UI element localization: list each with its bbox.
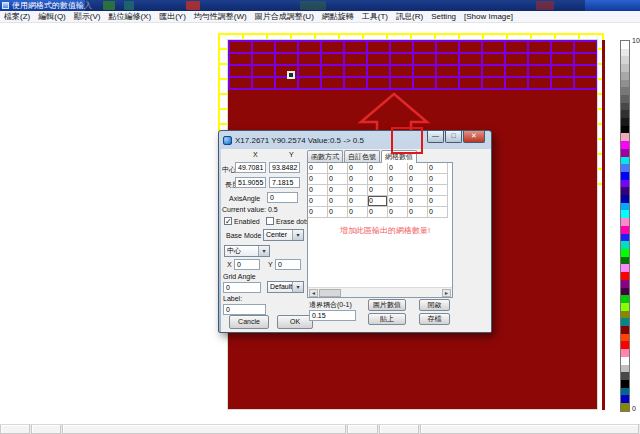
menu-item[interactable]: 編輯(Q) [34, 11, 70, 22]
grid-cell[interactable]: 0 [348, 196, 368, 207]
grid-cell[interactable]: 0 [328, 196, 348, 207]
center-x-field[interactable]: 49.7081 [235, 162, 266, 173]
colorbar-segment[interactable] [621, 388, 629, 396]
center-y-field[interactable]: 93.8482 [269, 162, 300, 173]
colorbar-segment[interactable] [621, 349, 629, 357]
colorbar-segment[interactable] [621, 164, 629, 172]
grid-cell[interactable]: 0 [408, 185, 428, 196]
grid-cell[interactable]: 0 [308, 174, 328, 185]
grid-cell[interactable]: 0 [388, 196, 408, 207]
minimize-button[interactable]: — [427, 131, 444, 143]
colorbar-segment[interactable] [621, 234, 629, 242]
open-button[interactable]: 開啟 [419, 299, 450, 311]
grid-cell[interactable]: 0 [348, 185, 368, 196]
colorbar-segment[interactable] [621, 110, 629, 118]
scroll-left-icon[interactable]: ◄ [309, 289, 318, 297]
reference-point-select[interactable]: 中心 [224, 245, 270, 257]
colorbar-segment[interactable] [621, 172, 629, 180]
colorbar-segment[interactable] [621, 318, 629, 326]
grid-cell[interactable]: 0 [328, 185, 348, 196]
enabled-checkbox[interactable]: ✓ [224, 217, 232, 225]
menu-item[interactable]: [Show Image] [460, 11, 517, 22]
menu-item[interactable]: 檔案(Z) [0, 11, 34, 22]
maximize-button[interactable]: □ [445, 131, 462, 143]
colorbar-segment[interactable] [621, 218, 629, 226]
grid-cell[interactable]: 0 [368, 174, 388, 185]
grid-cell[interactable]: 0 [328, 207, 348, 218]
colorbar-segment[interactable] [621, 95, 629, 103]
colorbar-segment[interactable] [621, 241, 629, 249]
colorbar-segment[interactable] [621, 87, 629, 95]
grid-cell[interactable]: 0 [428, 163, 448, 174]
label-field[interactable]: 0 [223, 304, 266, 315]
grid-cell[interactable]: 0 [388, 174, 408, 185]
grid-cell[interactable]: 0 [308, 163, 328, 174]
menu-item[interactable]: 均勻性調整(W) [190, 11, 251, 22]
menu-item[interactable]: 點位編修(X) [104, 11, 155, 22]
close-button[interactable]: ✕ [463, 131, 485, 143]
offset-x-field[interactable]: 0 [234, 259, 260, 270]
base-mode-select[interactable]: Center [263, 229, 304, 241]
menu-item[interactable]: 顯示(V) [70, 11, 105, 22]
grid-cell[interactable]: 0 [428, 207, 448, 218]
grid-cell[interactable]: 0 [348, 163, 368, 174]
grid-cell[interactable]: 0 [368, 185, 388, 196]
erase-dots-checkbox[interactable] [266, 217, 274, 225]
colorbar-segment[interactable] [621, 272, 629, 280]
grid-cell[interactable]: 0 [388, 185, 408, 196]
grid-angle-mode-select[interactable]: Default [267, 281, 304, 293]
colorbar-segment[interactable] [621, 341, 629, 349]
offset-y-field[interactable]: 0 [275, 259, 301, 270]
length-x-field[interactable]: 51.9055 [235, 177, 266, 188]
grid-angle-field[interactable]: 0 [223, 282, 261, 293]
axis-angle-field[interactable]: 0 [267, 192, 298, 203]
colorbar-segment[interactable] [621, 41, 629, 49]
colorbar-segment[interactable] [621, 380, 629, 388]
selected-grid-point-marker[interactable] [287, 71, 295, 79]
menu-item[interactable]: 網點旋轉 [318, 11, 358, 22]
grid-cell[interactable]: 0 [348, 174, 368, 185]
colorbar-segment[interactable] [621, 133, 629, 141]
grid-cell[interactable]: 0 [328, 174, 348, 185]
colorbar-segment[interactable] [621, 311, 629, 319]
grid-cell[interactable]: 0 [408, 196, 428, 207]
colorbar-segment[interactable] [621, 141, 629, 149]
colorbar-segment[interactable] [621, 157, 629, 165]
colorbar-segment[interactable] [621, 288, 629, 296]
grid-cell[interactable]: 0 [388, 207, 408, 218]
colorbar-segment[interactable] [621, 72, 629, 80]
menu-item[interactable]: 訊息(R) [392, 11, 427, 22]
grid-cell[interactable]: 0 [408, 207, 428, 218]
colorbar-segment[interactable] [621, 187, 629, 195]
colorbar-segment[interactable] [621, 210, 629, 218]
horizontal-scrollbar[interactable]: ◄ ► [308, 287, 452, 297]
grid-cell[interactable]: 0 [388, 163, 408, 174]
colorbar-segment[interactable] [621, 257, 629, 265]
colorbar-segment[interactable] [621, 395, 629, 403]
colorbar-segment[interactable] [621, 103, 629, 111]
colorbar-segment[interactable] [621, 280, 629, 288]
grid-table[interactable]: 00000000000000000000000000000000000 [308, 163, 452, 218]
colorbar-segment[interactable] [621, 56, 629, 64]
grid-cell[interactable]: 0 [428, 185, 448, 196]
grid-cell[interactable]: 0 [328, 163, 348, 174]
cancel-button[interactable]: Cancle [229, 315, 269, 329]
menu-item[interactable]: 匯出(Y) [155, 11, 190, 22]
colorbar-segment[interactable] [621, 226, 629, 234]
colorbar-segment[interactable] [621, 403, 629, 411]
colorbar-segment[interactable] [621, 180, 629, 188]
colorbar-segment[interactable] [621, 264, 629, 272]
save-button[interactable]: 存檔 [419, 313, 450, 325]
colorbar-segment[interactable] [621, 372, 629, 380]
colorbar-segment[interactable] [621, 80, 629, 88]
menu-item[interactable]: 圖片合成調整(U) [251, 11, 318, 22]
grid-cell[interactable]: 0 [308, 207, 328, 218]
paste-button[interactable]: 貼上 [368, 313, 406, 325]
grid-cell[interactable]: 0 [308, 185, 328, 196]
colorbar-segment[interactable] [621, 203, 629, 211]
colorbar-segment[interactable] [621, 334, 629, 342]
menu-item[interactable]: Setting [427, 11, 460, 22]
grid-cell[interactable]: 0 [368, 207, 388, 218]
grid-cell[interactable]: 0 [308, 196, 328, 207]
grid-cell[interactable]: 0 [428, 196, 448, 207]
